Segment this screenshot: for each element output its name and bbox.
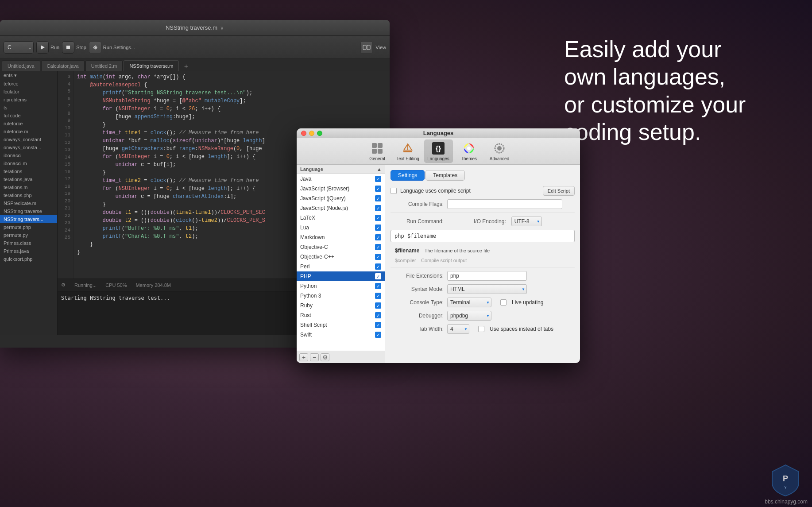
lang-item-objcpp[interactable]: Objective-C++ ✓ [297,252,385,262]
lang-item-java[interactable]: Java ✓ [297,174,385,184]
run-command-input[interactable] [391,230,575,242]
sidebar-item[interactable]: permute.py [0,231,57,239]
lang-check-python3: ✓ [375,293,381,299]
lang-item-latex[interactable]: LaTeX ✓ [297,213,385,223]
tab-calculator-java[interactable]: Calculator.java [41,60,85,71]
lang-check-java: ✓ [375,176,381,182]
sidebar-item[interactable]: NSPredicate.m [0,199,57,207]
site-label: bbs.chinapyg.com [765,499,808,505]
sidebar-item[interactable]: quicksort.php [0,255,57,263]
live-updating-checkbox[interactable] [500,299,507,306]
run-command-label: Run Command: [391,218,444,224]
sidebar-item[interactable]: ruteforce.m [0,128,57,135]
tab-untitled-2m[interactable]: Untitled 2.m [85,60,123,71]
compile-script-checkbox[interactable] [391,188,397,194]
lang-item-objc[interactable]: Objective-C ✓ [297,242,385,252]
preferences-toolbar: General Text Editing {} Languages [297,138,580,165]
sidebar-item[interactable]: r problems [0,96,57,104]
compiler-var-row: $compiler Compile script output [391,257,575,263]
lang-check-python: ✓ [375,283,381,289]
language-select-wrap[interactable]: C Java Python PHP [4,41,34,54]
console-type-row: Console Type: Terminal None Live updatin… [391,298,575,307]
sidebar-item[interactable]: ts [0,104,57,112]
sidebar-item[interactable]: terations.java [0,175,57,183]
lang-check-latex: ✓ [375,215,381,221]
pref-tab-advanced[interactable]: Advanced [485,139,514,163]
lang-item-perl[interactable]: Perl ✓ [297,262,385,271]
syntax-mode-select[interactable]: HTML PHP None [447,284,527,294]
io-encoding-select[interactable]: UTF-8 UTF-16 ASCII [511,217,542,226]
sidebar-item[interactable]: Primes.java [0,247,57,255]
editor-tabs: Untitled.java Calculator.java Untitled 2… [0,59,390,71]
split-view-button[interactable] [360,41,373,54]
lang-check-shell: ✓ [375,322,381,328]
lang-item-js-jquery[interactable]: JavaScript (jQuery) ✓ [297,194,385,203]
remove-language-button[interactable]: − [310,353,319,361]
add-language-button[interactable]: + [299,353,308,361]
lang-item-python3[interactable]: Python 3 ✓ [297,291,385,301]
sidebar-item[interactable]: ful code [0,112,57,120]
lang-item-python[interactable]: Python ✓ [297,281,385,291]
sidebar-item[interactable]: terations.m [0,183,57,191]
lang-item-swift[interactable]: Swift ✓ [297,330,385,340]
lang-item-shell[interactable]: Shell Script ✓ [297,320,385,330]
pref-tab-themes[interactable]: Themes [455,139,483,163]
language-settings-button[interactable]: ⚙ [321,353,329,361]
console-type-select[interactable]: Terminal None [447,298,491,307]
lang-check-perl: ✓ [375,263,381,270]
maximize-button[interactable] [317,131,322,136]
edit-script-button[interactable]: Edit Script [543,186,575,196]
lang-item-markdown[interactable]: Markdown ✓ [297,232,385,242]
close-button[interactable] [301,131,306,136]
minimize-button[interactable] [309,131,314,136]
file-extensions-input[interactable] [447,271,527,281]
tab-nsstring-traverse[interactable]: NSString traverse.m [124,60,179,71]
run-button[interactable] [36,41,49,54]
tab-width-select[interactable]: 4 2 8 [447,324,469,334]
lang-item-lua[interactable]: Lua ✓ [297,223,385,232]
stop-label: Stop [76,45,86,50]
debugger-select-wrap[interactable]: phpdbg xdebug None [447,311,491,321]
sidebar-item[interactable]: onways_consta... [0,143,57,151]
sidebar-item[interactable]: lculator [0,88,57,96]
sidebar-item[interactable]: teforce [0,80,57,88]
tab-width-select-wrap[interactable]: 4 2 8 [447,324,469,334]
lang-check-php: ✓ [375,273,381,279]
settings-tab-settings[interactable]: Settings [391,170,425,181]
io-encoding-select-wrap[interactable]: UTF-8 UTF-16 ASCII [511,217,542,226]
run-settings-icon[interactable] [89,41,101,54]
tab-untitled-java[interactable]: Untitled.java [2,60,40,71]
sidebar-item[interactable]: terations [0,167,57,175]
sidebar-item[interactable]: permute.php [0,223,57,231]
compile-flags-input[interactable] [447,199,562,209]
sidebar-item[interactable]: ibonacci.m [0,159,57,167]
debugger-select[interactable]: phpdbg xdebug None [447,311,491,321]
tab-add-button[interactable]: + [182,62,190,71]
language-select[interactable]: C Java Python PHP [4,41,34,54]
pref-tab-general[interactable]: General [363,139,392,163]
sidebar-item[interactable]: onways_constant [0,135,57,143]
sidebar-item[interactable]: ents ▾ [0,71,57,80]
sidebar-item[interactable]: ibonacci [0,151,57,159]
lang-item-js-nodejs[interactable]: JavaScript (Node.js) ✓ [297,203,385,213]
pref-tab-text-editing[interactable]: Text Editing [394,139,422,163]
lang-item-php[interactable]: PHP ✓ [297,271,385,281]
stop-button[interactable] [62,41,74,54]
editor-toolbar: C Java Python PHP Run Stop Run Settings.… [0,36,390,59]
lang-item-rust[interactable]: Rust ✓ [297,310,385,320]
lang-check-ruby: ✓ [375,302,381,309]
use-spaces-checkbox[interactable] [478,326,484,332]
sidebar-item[interactable]: terations.php [0,191,57,199]
lang-item-js-browser[interactable]: JavaScript (Browser) ✓ [297,184,385,194]
lang-item-ruby[interactable]: Ruby ✓ [297,301,385,310]
cpu-usage: CPU 50% [105,283,127,288]
sidebar-item[interactable]: Primes.class [0,239,57,247]
sidebar-item-active[interactable]: NSString travers... [0,215,57,223]
settings-tab-templates[interactable]: Templates [425,170,465,181]
pref-tab-languages[interactable]: {} Languages [424,139,453,163]
syntax-mode-select-wrap[interactable]: HTML PHP None [447,284,527,294]
console-type-select-wrap[interactable]: Terminal None [447,298,491,307]
lang-list-actions: + − ⚙ [297,351,385,363]
sidebar-item[interactable]: ruteforce [0,120,57,128]
sidebar-item[interactable]: NSString traverse [0,207,57,215]
